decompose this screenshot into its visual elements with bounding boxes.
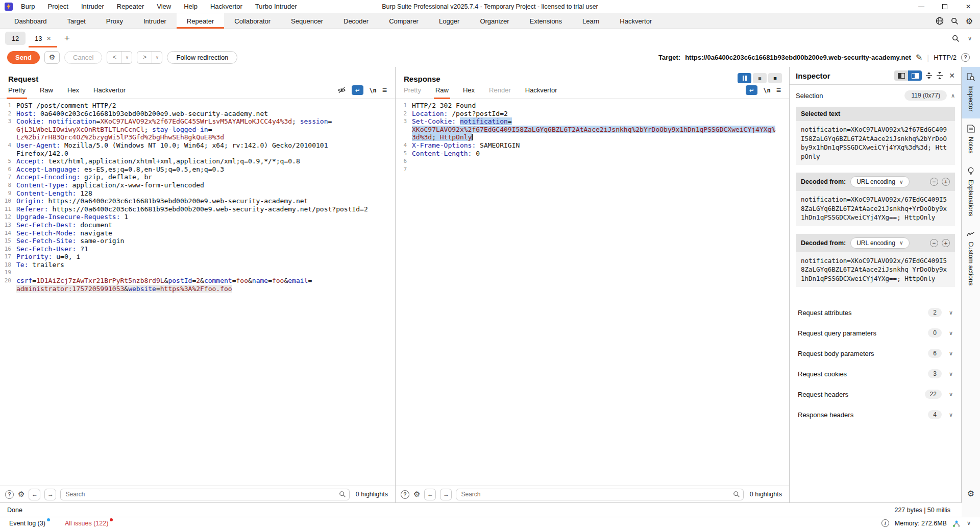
search-icon[interactable]: [952, 35, 960, 42]
code-line[interactable]: 17Priority: u=0, i: [0, 253, 395, 261]
repeater-tab-13[interactable]: 13✕: [29, 32, 57, 45]
tab-logger[interactable]: Logger: [429, 13, 470, 29]
request-search-input[interactable]: [60, 489, 349, 500]
response-search-input[interactable]: [456, 489, 743, 500]
encoding-select[interactable]: URL encoding ∨: [850, 237, 910, 249]
dock-right-button[interactable]: [908, 70, 922, 81]
remove-decoding-button[interactable]: −: [930, 178, 938, 186]
request-tab-hackvertor[interactable]: Hackvertor: [93, 86, 126, 99]
close-inspector-icon[interactable]: ✕: [949, 71, 955, 80]
response-tab-hex[interactable]: Hex: [463, 86, 475, 99]
close-tab-icon[interactable]: ✕: [46, 36, 51, 41]
add-decoding-button[interactable]: +: [942, 239, 950, 247]
tab-intruder[interactable]: Intruder: [133, 13, 177, 29]
code-line[interactable]: 2Location: /post?postId=2: [396, 110, 789, 118]
network-status-icon[interactable]: [952, 520, 961, 527]
forward-dropdown-button[interactable]: ∨: [152, 52, 162, 63]
settings-gear-icon[interactable]: ⚙: [966, 16, 973, 26]
response-list-view-button[interactable]: ≡: [753, 73, 767, 83]
response-tab-pretty[interactable]: Pretty: [404, 86, 421, 99]
search-help-icon[interactable]: ?: [401, 490, 409, 499]
response-tab-render[interactable]: Render: [489, 86, 511, 99]
tab-target[interactable]: Target: [57, 13, 96, 29]
sidebar-tab-notes[interactable]: Notes: [962, 118, 980, 161]
code-line[interactable]: 5Accept: text/html,application/xhtml+xml…: [0, 157, 395, 165]
code-line[interactable]: 6Accept-Language: es-ES,es;q=0.8,en-US;q…: [0, 165, 395, 174]
follow-redirection-button[interactable]: Follow redirection: [167, 51, 237, 64]
repeater-tab-12[interactable]: 12: [5, 32, 26, 45]
menu-item-project[interactable]: Project: [47, 3, 68, 10]
pause-updates-button[interactable]: [738, 73, 751, 83]
request-tab-raw[interactable]: Raw: [40, 86, 53, 99]
menu-item-repeater[interactable]: Repeater: [117, 3, 144, 10]
tab-learn[interactable]: Learn: [572, 13, 609, 29]
show-newlines-button[interactable]: \n: [763, 87, 770, 94]
search-next-button[interactable]: →: [44, 489, 56, 500]
code-line[interactable]: 11Referer: https://0a6400c203c6c16681b93…: [0, 205, 395, 213]
search-icon[interactable]: [951, 17, 959, 25]
code-line[interactable]: Firefox/142.0: [0, 150, 395, 158]
search-settings-gear-icon[interactable]: ⚙: [18, 490, 24, 499]
code-line[interactable]: 20csrf=1D1AiZcj7zAwTxr21BrPyRt5nzb8rd9L&…: [0, 277, 395, 285]
help-icon[interactable]: ?: [961, 53, 970, 62]
all-issues-button[interactable]: All issues (122): [65, 520, 108, 527]
menu-item-help[interactable]: Help: [184, 3, 198, 10]
code-line[interactable]: 4X-Frame-Options: SAMEORIGIN: [396, 141, 789, 150]
request-tab-pretty[interactable]: Pretty: [8, 86, 26, 99]
soft-wrap-toggle-button[interactable]: ↵: [352, 85, 363, 95]
request-tab-hex[interactable]: Hex: [67, 86, 79, 99]
sidebar-tab-inspector[interactable]: Inspector: [962, 67, 980, 118]
code-line[interactable]: 3Set-Cookie: notification=: [396, 117, 789, 126]
code-line[interactable]: XKoC97LAVO92x%2f67EdGC409I58ZaLGYq6BZL6T…: [396, 126, 789, 134]
code-line[interactable]: GjL3LWbeLIOwiwyXcOnRtBTLTLnCcnCl; stay-l…: [0, 126, 395, 134]
search-settings-gear-icon[interactable]: ⚙: [413, 490, 420, 499]
menu-item-hackvertor[interactable]: Hackvertor: [210, 3, 242, 10]
back-button[interactable]: <: [107, 52, 121, 63]
tab-sequencer[interactable]: Sequencer: [281, 13, 333, 29]
search-prev-button[interactable]: ←: [424, 489, 436, 500]
hide-nonprintable-eye-icon[interactable]: [337, 86, 346, 94]
code-line[interactable]: 16Sec-Fetch-User: ?1: [0, 245, 395, 253]
remove-decoding-button[interactable]: −: [930, 239, 938, 247]
inspector-section-response-headers[interactable]: Response headers4∨: [790, 404, 961, 425]
code-line[interactable]: 10Origin: https://0a6400c203c6c16681b93e…: [0, 197, 395, 205]
back-dropdown-button[interactable]: ∨: [121, 52, 132, 63]
code-line[interactable]: 6: [396, 157, 789, 165]
editor-menu-icon[interactable]: ≡: [776, 86, 781, 95]
menu-item-intruder[interactable]: Intruder: [81, 3, 104, 10]
code-line[interactable]: 18Te: trailers: [0, 261, 395, 269]
sidebar-settings-gear-icon[interactable]: ⚙: [962, 489, 980, 498]
code-line[interactable]: 9Content-Length: 128: [0, 189, 395, 198]
code-line[interactable]: 19: [0, 269, 395, 277]
menu-item-view[interactable]: View: [157, 3, 171, 10]
menu-item-turbo-intruder[interactable]: Turbo Intruder: [255, 3, 297, 10]
search-next-button[interactable]: →: [440, 489, 452, 500]
inspector-section-request-query-parameters[interactable]: Request query parameters0∨: [790, 323, 961, 343]
editor-menu-icon[interactable]: ≡: [382, 86, 387, 95]
tab-proxy[interactable]: Proxy: [96, 13, 133, 29]
inspector-section-request-headers[interactable]: Request headers22∨: [790, 384, 961, 404]
code-line[interactable]: 12Upgrade-Insecure-Requests: 1: [0, 213, 395, 221]
chevron-down-icon[interactable]: ∨: [967, 520, 971, 526]
code-line[interactable]: 7: [396, 165, 789, 174]
sidebar-tab-explanations[interactable]: Explanations: [962, 161, 980, 224]
code-line[interactable]: 14Sec-Fetch-Mode: navigate: [0, 229, 395, 237]
response-tab-raw[interactable]: Raw: [435, 86, 449, 99]
code-line[interactable]: 2Host: 0a6400c203c6c16681b93ebd00b200e9.…: [0, 110, 395, 118]
event-log-button[interactable]: Event log (3): [9, 520, 45, 527]
expand-all-icon[interactable]: [925, 72, 933, 79]
collapse-all-icon[interactable]: [936, 72, 943, 79]
code-line[interactable]: 1POST /post/comment HTTP/2: [0, 102, 395, 110]
request-editor[interactable]: 1POST /post/comment HTTP/22Host: 0a6400c…: [0, 102, 395, 293]
inspector-section-request-body-parameters[interactable]: Request body parameters6∨: [790, 343, 961, 364]
tab-hackvertor[interactable]: Hackvertor: [609, 13, 662, 29]
maximize-button[interactable]: [933, 0, 957, 13]
info-icon[interactable]: i: [881, 519, 889, 527]
minimize-button[interactable]: —: [910, 0, 933, 13]
add-tab-button[interactable]: +: [64, 33, 70, 44]
code-line[interactable]: Lz%2bi7rH83Qrc4OZ%2bzygWi5lP3Gfd%2bgHhwS…: [0, 133, 395, 141]
code-line[interactable]: 5Content-Length: 0: [396, 150, 789, 158]
code-line[interactable]: 7Accept-Encoding: gzip, deflate, br: [0, 173, 395, 181]
search-prev-button[interactable]: ←: [29, 489, 40, 500]
tab-collaborator[interactable]: Collaborator: [224, 13, 281, 29]
